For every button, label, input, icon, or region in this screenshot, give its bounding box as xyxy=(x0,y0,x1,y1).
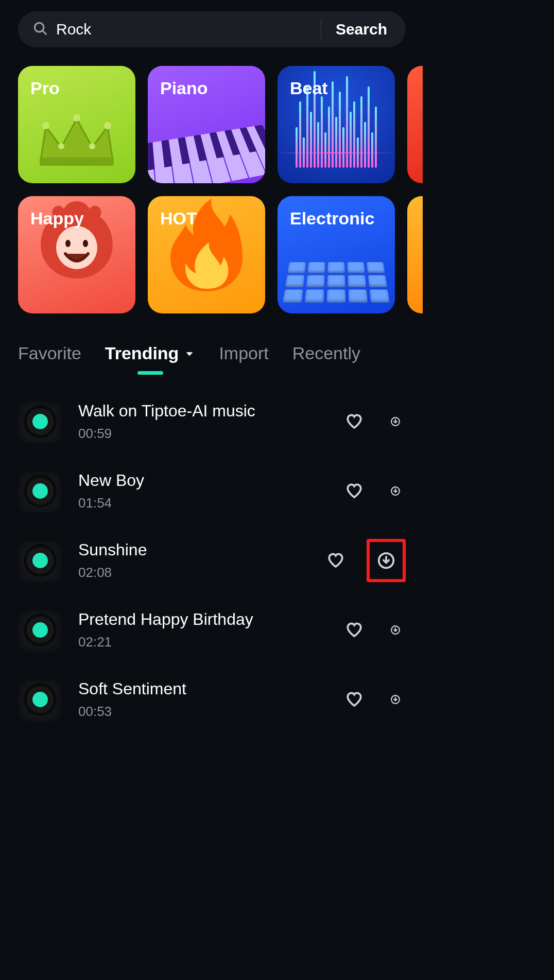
heart-icon xyxy=(345,690,363,709)
download-highlight xyxy=(367,539,406,582)
tab-recently[interactable]: Recently xyxy=(292,343,360,363)
svg-point-6 xyxy=(89,143,95,149)
svg-rect-7 xyxy=(40,157,114,166)
favorite-button[interactable] xyxy=(344,620,365,640)
download-icon xyxy=(390,482,401,500)
track-thumbnail xyxy=(18,677,62,721)
track-row[interactable]: Walk on Tiptoe-AI music 00:59 xyxy=(18,399,406,443)
tabs: Favorite Trending Import Recently xyxy=(0,313,424,363)
track-title: New Boy xyxy=(78,471,327,490)
track-title: Walk on Tiptoe-AI music xyxy=(78,401,327,421)
launchpad-icon xyxy=(283,262,390,302)
track-duration: 02:21 xyxy=(78,634,327,650)
track-thumbnail xyxy=(18,399,62,443)
download-button[interactable] xyxy=(385,689,406,710)
heart-icon xyxy=(326,551,345,570)
piano-keys-icon xyxy=(148,125,265,183)
category-scroll[interactable]: Pro Piano Beat xyxy=(0,66,424,313)
category-label: Electronic xyxy=(290,208,374,229)
search-icon xyxy=(32,21,48,38)
svg-point-5 xyxy=(58,143,64,149)
category-card-electronic[interactable]: Electronic xyxy=(278,196,395,313)
category-label: Piano xyxy=(160,78,208,98)
svg-point-4 xyxy=(104,122,111,129)
track-title: Pretend Happy Birthday xyxy=(78,610,327,629)
category-card-piano[interactable]: Piano xyxy=(148,66,265,183)
track-row[interactable]: Pretend Happy Birthday 02:21 xyxy=(18,608,406,652)
track-list: Walk on Tiptoe-AI music 00:59 New Boy 01… xyxy=(0,399,424,721)
crown-icon xyxy=(36,111,118,168)
track-row[interactable]: New Boy 01:54 xyxy=(18,469,406,513)
track-duration: 00:59 xyxy=(78,426,327,442)
download-icon xyxy=(377,551,395,570)
tab-favorite[interactable]: Favorite xyxy=(18,343,81,363)
track-duration: 01:54 xyxy=(78,495,327,511)
heart-icon xyxy=(345,412,363,431)
svg-point-3 xyxy=(73,114,80,121)
download-button[interactable] xyxy=(385,620,406,640)
search-bar: Search xyxy=(18,11,406,47)
favorite-button[interactable] xyxy=(344,481,365,501)
download-icon xyxy=(390,412,401,431)
tab-trending[interactable]: Trending xyxy=(105,343,196,363)
favorite-button[interactable] xyxy=(325,550,346,571)
track-thumbnail xyxy=(18,469,62,513)
svg-point-9 xyxy=(65,240,71,247)
svg-point-2 xyxy=(42,122,49,129)
track-row[interactable]: Sunshine 02:08 xyxy=(18,538,406,582)
search-input[interactable] xyxy=(56,11,319,47)
download-icon xyxy=(390,621,401,639)
category-label: Pro xyxy=(30,78,60,98)
favorite-button[interactable] xyxy=(344,411,365,432)
download-button[interactable] xyxy=(385,411,406,432)
category-card-pro[interactable]: Pro xyxy=(18,66,135,183)
category-card-next[interactable] xyxy=(407,66,423,183)
category-label: HOT xyxy=(160,208,197,229)
category-card-next[interactable] xyxy=(407,196,423,313)
caret-down-icon xyxy=(184,343,195,363)
tab-label: Trending xyxy=(105,343,179,363)
download-button[interactable] xyxy=(377,551,395,570)
divider xyxy=(321,19,321,40)
category-label: Happy xyxy=(30,208,84,229)
svg-line-1 xyxy=(43,31,46,34)
tab-import[interactable]: Import xyxy=(219,343,268,363)
track-title: Sunshine xyxy=(78,540,309,559)
search-button[interactable]: Search xyxy=(326,21,396,38)
svg-point-8 xyxy=(56,226,97,269)
track-duration: 00:53 xyxy=(78,704,327,720)
svg-point-10 xyxy=(83,240,88,247)
download-button[interactable] xyxy=(385,481,406,501)
category-card-happy[interactable]: Happy xyxy=(18,196,135,313)
track-title: Soft Sentiment xyxy=(78,679,327,698)
track-row[interactable]: Soft Sentiment 00:53 xyxy=(18,677,406,721)
category-card-hot[interactable]: HOT xyxy=(148,196,265,313)
category-card-beat[interactable]: Beat xyxy=(278,66,395,183)
heart-icon xyxy=(345,621,363,639)
track-duration: 02:08 xyxy=(78,565,309,581)
heart-icon xyxy=(345,482,363,500)
track-thumbnail xyxy=(18,538,62,582)
favorite-button[interactable] xyxy=(344,689,365,710)
track-thumbnail xyxy=(18,608,62,652)
download-icon xyxy=(390,690,401,709)
category-label: Beat xyxy=(290,78,328,98)
